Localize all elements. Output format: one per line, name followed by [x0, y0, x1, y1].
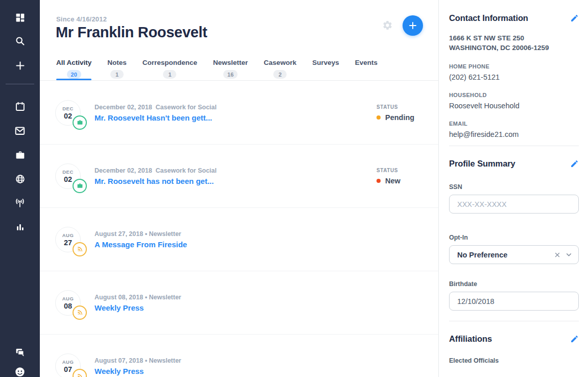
search-icon[interactable]: [14, 35, 26, 47]
status-dot: [377, 179, 381, 183]
main-content: Since 4/16/2012 Mr Franklin Roosevelt Al…: [40, 0, 438, 377]
status-dot: [377, 115, 381, 120]
casework-badge-icon: [73, 115, 87, 130]
email-label: EMAIL: [449, 121, 579, 127]
bot-face-icon[interactable]: [14, 366, 26, 377]
activity-meta: December 02, 2018 Casework for Social: [95, 104, 217, 111]
tab-correspondence[interactable]: Correspondence 1: [143, 54, 197, 80]
activity-row[interactable]: DEC 02 December 02, 2018 Casework for So…: [40, 145, 438, 208]
gear-icon[interactable]: [382, 20, 393, 31]
left-nav: [0, 0, 40, 377]
globe-icon[interactable]: [14, 173, 26, 185]
contact-address: 1666 K ST NW STE 250 WASHINGTON, DC 2000…: [449, 34, 579, 53]
activity-title-link[interactable]: Weekly Press: [95, 303, 181, 312]
contact-information-title: Contact Information: [449, 13, 528, 23]
bar-chart-icon[interactable]: [14, 221, 26, 233]
optin-select[interactable]: No Preference: [449, 245, 579, 264]
birthdate-input[interactable]: [449, 292, 579, 311]
affiliations-section: Affiliations Elected Officials: [449, 321, 579, 374]
tab-notes[interactable]: Notes 1: [107, 54, 127, 80]
rss-badge-icon: [73, 305, 87, 320]
date-circle: AUG 08: [55, 290, 81, 316]
status-text: Pending: [385, 113, 414, 122]
date-circle: DEC 02: [55, 100, 81, 126]
edit-contact-icon[interactable]: [570, 14, 579, 22]
activity-meta: August 07, 2018 • Newsletter: [95, 357, 181, 364]
mail-icon[interactable]: [14, 125, 26, 137]
date-circle: AUG 07: [55, 354, 81, 377]
date-circle: DEC 02: [55, 163, 81, 189]
tab-surveys[interactable]: Surveys: [312, 54, 339, 80]
clear-icon[interactable]: [554, 252, 560, 258]
activity-row[interactable]: AUG 08 August 08, 2018 • Newsletter Week…: [40, 271, 438, 335]
activity-meta: December 02, 2018 Casework for Social: [95, 167, 217, 174]
optin-value: No Preference: [457, 251, 554, 259]
activity-tabbar: All Activity 20 Notes 1 Correspondence 1…: [40, 54, 438, 81]
tab-all-activity[interactable]: All Activity 20: [56, 54, 91, 80]
ssn-input[interactable]: [449, 195, 579, 214]
activity-title-link[interactable]: Mr. Roosevelt Hasn't been gett...: [95, 113, 217, 122]
tab-count-badge: 1: [163, 70, 176, 79]
household-label: HOUSEHOLD: [449, 92, 579, 98]
contact-information-section: Contact Information 1666 K ST NW STE 250…: [449, 0, 579, 146]
app-window: Since 4/16/2012 Mr Franklin Roosevelt Al…: [0, 0, 588, 377]
home-phone-value: (202) 621-5121: [449, 73, 579, 81]
activity-row[interactable]: AUG 27 August 27, 2018 • Newsletter A Me…: [40, 208, 438, 271]
tab-count-badge: 1: [110, 70, 124, 79]
member-since: Since 4/16/2012: [56, 15, 107, 23]
tab-count-badge: 2: [273, 70, 287, 79]
tab-count-badge: 16: [223, 70, 238, 79]
rss-badge-icon: [73, 242, 87, 256]
tab-casework[interactable]: Casework 2: [264, 54, 296, 80]
affiliations-title: Affiliations: [449, 334, 492, 344]
elected-officials-label: Elected Officials: [449, 357, 579, 364]
edit-profile-icon[interactable]: [570, 159, 579, 168]
status-block: STATUS New: [377, 168, 401, 185]
casework-badge-icon: [73, 179, 87, 193]
add-icon[interactable]: [14, 59, 26, 72]
edit-affiliations-icon[interactable]: [570, 335, 579, 343]
ssn-label: SSN: [449, 183, 579, 191]
activity-feed: DEC 02 December 02, 2018 Casework for So…: [40, 81, 438, 377]
broadcast-icon[interactable]: [14, 197, 26, 209]
calendar-icon[interactable]: [14, 100, 26, 112]
briefcase-icon[interactable]: [14, 149, 26, 161]
tab-events[interactable]: Events: [355, 54, 378, 80]
chevron-down-icon[interactable]: [566, 251, 572, 258]
nav-divider: [6, 84, 34, 84]
optin-label: Opt-In: [449, 234, 579, 241]
rss-badge-icon: [73, 369, 87, 377]
home-phone-label: HOME PHONE: [449, 63, 579, 69]
status-block: STATUS Pending: [377, 104, 414, 122]
chat-icon[interactable]: [14, 346, 26, 359]
status-text: New: [385, 177, 401, 185]
dashboard-icon[interactable]: [14, 11, 26, 23]
profile-summary-section: Profile Summary SSN Opt-In No Preference…: [449, 146, 579, 321]
household-value: Roosevelt Household: [449, 102, 579, 110]
date-circle: AUG 27: [55, 227, 81, 252]
detail-panel: Contact Information 1666 K ST NW STE 250…: [438, 0, 588, 377]
activity-row[interactable]: AUG 07 August 07, 2018 • Newsletter Week…: [40, 335, 438, 377]
activity-title-link[interactable]: Weekly Press: [95, 367, 181, 375]
add-activity-button[interactable]: [403, 15, 423, 36]
activity-meta: August 08, 2018 • Newsletter: [95, 294, 181, 301]
tab-newsletter[interactable]: Newsletter 16: [213, 54, 248, 80]
profile-summary-title: Profile Summary: [449, 159, 515, 169]
page-title: Mr Franklin Roosevelt: [56, 24, 207, 41]
birthdate-label: Birthdate: [449, 280, 579, 288]
activity-row[interactable]: DEC 02 December 02, 2018 Casework for So…: [40, 81, 438, 145]
tab-count-badge: 20: [67, 70, 81, 79]
activity-title-link[interactable]: A Message From Fireside: [95, 240, 187, 249]
activity-title-link[interactable]: Mr. Roosevelt has not been get...: [95, 177, 217, 185]
email-value: help@fireside21.com: [449, 130, 579, 138]
activity-meta: August 27, 2018 • Newsletter: [95, 230, 187, 238]
